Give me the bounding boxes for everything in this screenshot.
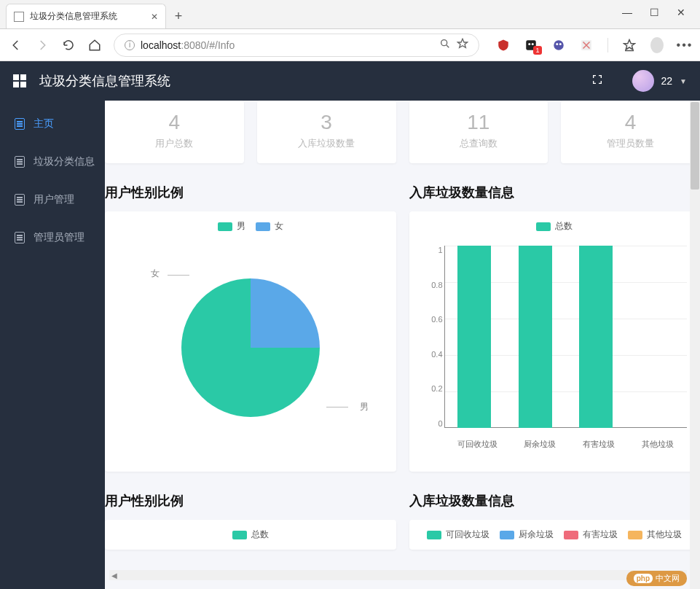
stat-value: 4	[105, 111, 244, 134]
chart-title: 入库垃圾数量信息	[409, 492, 701, 510]
new-tab-button[interactable]: +	[166, 4, 191, 28]
legend-item[interactable]: 总数	[536, 220, 573, 233]
favorites-button[interactable]	[623, 39, 636, 52]
chart-body: 可回收垃圾 厨余垃圾 有害垃圾 其他垃圾	[409, 520, 701, 550]
legend-item[interactable]: 男	[218, 220, 245, 233]
legend-item[interactable]: 有害垃圾	[564, 528, 618, 541]
stats-row: 4 用户总数 3 入库垃圾数量 11 总查询数 4 管理员数量	[105, 101, 700, 176]
svg-point-4	[554, 40, 564, 50]
chart-lower-left: 用户性别比例 总数	[105, 485, 396, 550]
site-info-icon[interactable]: i	[125, 40, 135, 50]
y-axis: 1 0.8 0.6 0.4 0.2 0	[415, 246, 443, 428]
chart-lower-right: 入库垃圾数量信息 可回收垃圾 厨余垃圾 有害垃圾 其他垃圾	[409, 485, 701, 550]
nav-refresh-button[interactable]	[61, 39, 76, 52]
extension2-icon[interactable]	[552, 39, 565, 52]
stat-label: 总查询数	[409, 137, 548, 150]
sidebar-item-admin-mgmt[interactable]: 管理员管理	[0, 219, 105, 257]
watermark: php 中文网	[626, 571, 687, 586]
legend-item[interactable]: 总数	[232, 528, 269, 541]
svg-point-3	[532, 43, 534, 45]
tab-favicon	[14, 12, 24, 22]
extension3-icon[interactable]	[580, 39, 593, 52]
stat-card-queries: 11 总查询数	[409, 101, 548, 163]
document-icon	[15, 156, 25, 168]
window-close-icon[interactable]: ✕	[677, 7, 685, 18]
pie-chart: 女 男	[111, 238, 390, 457]
more-menu-button[interactable]: •••	[678, 39, 691, 52]
chart-body: 男 女 女 男	[105, 211, 396, 472]
toolbar-extensions: •••	[491, 38, 691, 52]
browser-tab[interactable]: 垃圾分类信息管理系统 ✕	[6, 4, 166, 28]
reader-icon[interactable]	[439, 38, 451, 52]
x-axis: 可回收垃圾 厨余垃圾 有害垃圾 其他垃圾	[444, 439, 688, 450]
nav-forward-button[interactable]	[35, 39, 50, 52]
favorite-icon[interactable]	[457, 38, 468, 52]
chart-garbage-bar: 入库垃圾数量信息 总数 1 0.8 0.6 0.4	[409, 176, 701, 472]
stat-label: 入库垃圾数量	[257, 137, 396, 150]
svg-rect-1	[526, 40, 536, 50]
chevron-down-icon: ▼	[680, 77, 687, 85]
legend-item[interactable]: 其他垃圾	[628, 528, 682, 541]
browser-tab-strip: 垃圾分类信息管理系统 ✕ + — ☐ ✕	[0, 0, 700, 29]
stat-value: 4	[561, 111, 700, 134]
tab-title: 垃圾分类信息管理系统	[30, 10, 117, 23]
stat-label: 管理员数量	[561, 137, 700, 150]
chart-gender-pie: 用户性别比例 男 女 女 男	[105, 176, 396, 472]
watermark-brand: php	[634, 574, 653, 583]
chart-legend: 总数	[415, 220, 695, 233]
document-icon	[15, 194, 25, 206]
window-minimize-icon[interactable]: —	[622, 7, 632, 18]
chart-body: 总数 1 0.8 0.6 0.4 0.2 0	[409, 211, 701, 472]
bar-chart: 1 0.8 0.6 0.4 0.2 0	[415, 238, 695, 457]
bar	[457, 246, 491, 428]
stat-card-garbage: 3 入库垃圾数量	[257, 101, 396, 163]
url-input[interactable]: i localhost:8080/#/Info	[114, 34, 479, 57]
nav-back-button[interactable]	[9, 39, 23, 52]
sidebar-item-label: 管理员管理	[34, 231, 84, 244]
pie-slice-label: 男	[360, 401, 369, 413]
svg-point-0	[441, 39, 447, 45]
profile-button[interactable]	[650, 39, 664, 52]
stat-value: 11	[409, 111, 548, 134]
horizontal-scrollbar[interactable]: ◀ ▶	[109, 570, 687, 580]
main-content[interactable]: 4 用户总数 3 入库垃圾数量 11 总查询数 4 管理员数量	[105, 101, 700, 589]
svg-point-6	[559, 43, 562, 45]
sidebar-item-user-mgmt[interactable]: 用户管理	[0, 181, 105, 219]
nav-home-button[interactable]	[87, 39, 102, 52]
user-avatar-icon	[632, 70, 654, 92]
ublock-icon[interactable]	[497, 39, 510, 52]
charts-row-1: 用户性别比例 男 女 女 男	[105, 176, 700, 485]
stat-card-admins: 4 管理员数量	[561, 101, 700, 163]
user-name: 22	[661, 75, 673, 87]
sidebar-item-garbage-info[interactable]: 垃圾分类信息	[0, 143, 105, 181]
user-menu[interactable]: 22 ▼	[632, 70, 687, 92]
document-icon	[15, 232, 25, 243]
tab-close-icon[interactable]: ✕	[151, 12, 158, 22]
bar	[579, 246, 613, 428]
sidebar-item-label: 用户管理	[34, 193, 74, 206]
toolbar-divider	[607, 38, 608, 52]
chart-legend: 可回收垃圾 厨余垃圾 有害垃圾 其他垃圾	[415, 528, 695, 541]
sidebar-item-home[interactable]: 主页	[0, 105, 105, 143]
chart-title: 入库垃圾数量信息	[409, 184, 701, 201]
url-text: localhost:8080/#/Info	[141, 39, 235, 51]
legend-item[interactable]: 可回收垃圾	[427, 528, 489, 541]
legend-item[interactable]: 厨余垃圾	[500, 528, 554, 541]
svg-point-2	[528, 43, 530, 45]
sidebar-item-label: 垃圾分类信息	[34, 155, 95, 168]
fullscreen-icon[interactable]	[591, 74, 603, 88]
chart-body: 总数	[105, 520, 396, 550]
window-maximize-icon[interactable]: ☐	[650, 7, 659, 18]
app-body: 主页 垃圾分类信息 用户管理 管理员管理 4	[0, 101, 700, 589]
window-controls: — ☐ ✕	[622, 7, 700, 28]
legend-item[interactable]: 女	[256, 220, 283, 233]
sidebar: 主页 垃圾分类信息 用户管理 管理员管理	[0, 101, 105, 589]
extension-icon[interactable]	[524, 39, 538, 52]
stat-label: 用户总数	[105, 137, 244, 150]
watermark-text: 中文网	[656, 573, 680, 584]
chart-legend: 总数	[111, 528, 390, 541]
menu-toggle-icon[interactable]	[13, 74, 26, 87]
svg-point-5	[556, 43, 558, 45]
document-icon	[15, 118, 25, 130]
browser-address-bar: i localhost:8080/#/Info •••	[0, 29, 700, 61]
